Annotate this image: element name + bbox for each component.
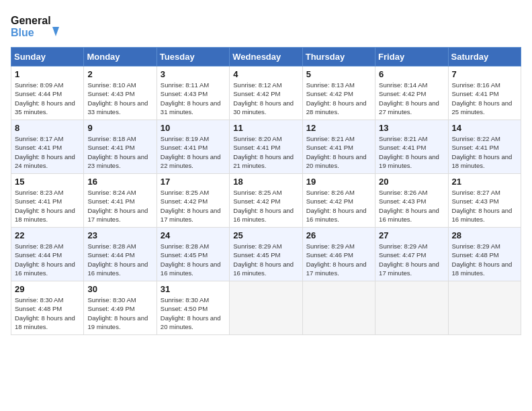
day-cell: 30Sunrise: 8:30 AM Sunset: 4:49 PM Dayli… [84, 281, 157, 335]
day-number: 25 [233, 230, 298, 240]
day-cell: 15Sunrise: 8:23 AM Sunset: 4:41 PM Dayli… [11, 174, 84, 228]
day-info: Sunrise: 8:20 AM Sunset: 4:41 PM Dayligh… [233, 134, 298, 170]
day-number: 19 [306, 177, 371, 187]
day-info: Sunrise: 8:16 AM Sunset: 4:41 PM Dayligh… [452, 81, 517, 116]
day-cell: 20Sunrise: 8:26 AM Sunset: 4:43 PM Dayli… [375, 174, 448, 228]
day-cell: 28Sunrise: 8:29 AM Sunset: 4:48 PM Dayli… [448, 228, 521, 281]
day-cell: 9Sunrise: 8:18 AM Sunset: 4:41 PM Daylig… [84, 120, 157, 174]
day-cell: 25Sunrise: 8:29 AM Sunset: 4:45 PM Dayli… [230, 228, 302, 281]
day-number: 9 [87, 123, 152, 133]
day-info: Sunrise: 8:29 AM Sunset: 4:48 PM Dayligh… [452, 242, 517, 277]
day-cell [375, 281, 448, 335]
day-number: 21 [452, 177, 517, 187]
day-info: Sunrise: 8:29 AM Sunset: 4:46 PM Dayligh… [306, 242, 371, 277]
day-number: 4 [233, 69, 298, 79]
svg-text:General: General [11, 15, 51, 26]
day-number: 13 [379, 123, 444, 133]
day-number: 14 [452, 123, 517, 133]
day-info: Sunrise: 8:25 AM Sunset: 4:42 PM Dayligh… [233, 188, 298, 224]
day-cell: 11Sunrise: 8:20 AM Sunset: 4:41 PM Dayli… [230, 120, 302, 174]
day-number: 18 [233, 177, 298, 187]
col-header-saturday: Saturday [448, 48, 521, 66]
day-cell: 26Sunrise: 8:29 AM Sunset: 4:46 PM Dayli… [302, 228, 375, 281]
day-info: Sunrise: 8:30 AM Sunset: 4:50 PM Dayligh… [161, 295, 226, 331]
day-info: Sunrise: 8:23 AM Sunset: 4:41 PM Dayligh… [15, 188, 80, 224]
day-info: Sunrise: 8:12 AM Sunset: 4:42 PM Dayligh… [233, 81, 298, 116]
day-info: Sunrise: 8:30 AM Sunset: 4:48 PM Dayligh… [15, 295, 80, 331]
day-cell: 29Sunrise: 8:30 AM Sunset: 4:48 PM Dayli… [11, 281, 84, 335]
col-header-friday: Friday [375, 48, 448, 66]
day-number: 6 [379, 69, 444, 79]
week-row-3: 15Sunrise: 8:23 AM Sunset: 4:41 PM Dayli… [11, 174, 521, 228]
day-info: Sunrise: 8:27 AM Sunset: 4:43 PM Dayligh… [452, 188, 517, 224]
col-header-monday: Monday [84, 48, 157, 66]
logo-svg: GeneralBlue [11, 11, 64, 40]
day-info: Sunrise: 8:30 AM Sunset: 4:49 PM Dayligh… [87, 295, 152, 331]
day-cell: 31Sunrise: 8:30 AM Sunset: 4:50 PM Dayli… [157, 281, 229, 335]
day-number: 23 [87, 230, 152, 240]
day-number: 7 [452, 69, 517, 79]
day-number: 29 [15, 284, 80, 294]
day-number: 20 [379, 177, 444, 187]
day-cell: 22Sunrise: 8:28 AM Sunset: 4:44 PM Dayli… [11, 228, 84, 281]
day-cell: 4Sunrise: 8:12 AM Sunset: 4:42 PM Daylig… [230, 66, 302, 120]
day-number: 26 [306, 230, 371, 240]
col-header-wednesday: Wednesday [230, 48, 302, 66]
day-number: 28 [452, 230, 517, 240]
day-info: Sunrise: 8:22 AM Sunset: 4:41 PM Dayligh… [452, 134, 517, 170]
col-header-sunday: Sunday [11, 48, 84, 66]
day-info: Sunrise: 8:18 AM Sunset: 4:41 PM Dayligh… [87, 134, 152, 170]
day-info: Sunrise: 8:29 AM Sunset: 4:47 PM Dayligh… [379, 242, 444, 277]
day-cell: 10Sunrise: 8:19 AM Sunset: 4:41 PM Dayli… [157, 120, 229, 174]
day-number: 12 [306, 123, 371, 133]
logo: GeneralBlue [11, 11, 64, 40]
week-row-2: 8Sunrise: 8:17 AM Sunset: 4:41 PM Daylig… [11, 120, 521, 174]
day-info: Sunrise: 8:25 AM Sunset: 4:42 PM Dayligh… [161, 188, 226, 224]
day-info: Sunrise: 8:26 AM Sunset: 4:42 PM Dayligh… [306, 188, 371, 224]
day-cell: 16Sunrise: 8:24 AM Sunset: 4:41 PM Dayli… [84, 174, 157, 228]
day-info: Sunrise: 8:14 AM Sunset: 4:42 PM Dayligh… [379, 81, 444, 116]
day-number: 2 [87, 69, 152, 79]
day-number: 16 [87, 177, 152, 187]
day-number: 24 [161, 230, 226, 240]
day-info: Sunrise: 8:17 AM Sunset: 4:41 PM Dayligh… [15, 134, 80, 170]
day-cell: 18Sunrise: 8:25 AM Sunset: 4:42 PM Dayli… [230, 174, 302, 228]
day-number: 17 [161, 177, 226, 187]
day-info: Sunrise: 8:19 AM Sunset: 4:41 PM Dayligh… [161, 134, 226, 170]
calendar-table: SundayMondayTuesdayWednesdayThursdayFrid… [11, 47, 521, 335]
day-number: 3 [161, 69, 226, 79]
day-cell: 7Sunrise: 8:16 AM Sunset: 4:41 PM Daylig… [448, 66, 521, 120]
day-number: 11 [233, 123, 298, 133]
day-number: 22 [15, 230, 80, 240]
day-info: Sunrise: 8:11 AM Sunset: 4:43 PM Dayligh… [161, 81, 226, 116]
day-cell: 2Sunrise: 8:10 AM Sunset: 4:43 PM Daylig… [84, 66, 157, 120]
day-cell [448, 281, 521, 335]
week-row-4: 22Sunrise: 8:28 AM Sunset: 4:44 PM Dayli… [11, 228, 521, 281]
day-number: 27 [379, 230, 444, 240]
day-info: Sunrise: 8:10 AM Sunset: 4:43 PM Dayligh… [87, 81, 152, 116]
svg-marker-2 [52, 27, 59, 36]
week-row-5: 29Sunrise: 8:30 AM Sunset: 4:48 PM Dayli… [11, 281, 521, 335]
day-cell: 12Sunrise: 8:21 AM Sunset: 4:41 PM Dayli… [302, 120, 375, 174]
day-cell: 19Sunrise: 8:26 AM Sunset: 4:42 PM Dayli… [302, 174, 375, 228]
col-header-tuesday: Tuesday [157, 48, 229, 66]
day-cell [302, 281, 375, 335]
day-cell [230, 281, 302, 335]
day-cell: 21Sunrise: 8:27 AM Sunset: 4:43 PM Dayli… [448, 174, 521, 228]
day-number: 8 [15, 123, 80, 133]
day-number: 5 [306, 69, 371, 79]
day-info: Sunrise: 8:13 AM Sunset: 4:42 PM Dayligh… [306, 81, 371, 116]
page-header: GeneralBlue [11, 11, 521, 40]
day-info: Sunrise: 8:28 AM Sunset: 4:44 PM Dayligh… [87, 242, 152, 277]
day-number: 31 [161, 284, 226, 294]
day-info: Sunrise: 8:24 AM Sunset: 4:41 PM Dayligh… [87, 188, 152, 224]
day-cell: 17Sunrise: 8:25 AM Sunset: 4:42 PM Dayli… [157, 174, 229, 228]
day-cell: 14Sunrise: 8:22 AM Sunset: 4:41 PM Dayli… [448, 120, 521, 174]
day-info: Sunrise: 8:26 AM Sunset: 4:43 PM Dayligh… [379, 188, 444, 224]
day-info: Sunrise: 8:28 AM Sunset: 4:44 PM Dayligh… [15, 242, 80, 277]
day-info: Sunrise: 8:28 AM Sunset: 4:45 PM Dayligh… [161, 242, 226, 277]
day-number: 1 [15, 69, 80, 79]
day-info: Sunrise: 8:21 AM Sunset: 4:41 PM Dayligh… [379, 134, 444, 170]
day-cell: 24Sunrise: 8:28 AM Sunset: 4:45 PM Dayli… [157, 228, 229, 281]
day-cell: 3Sunrise: 8:11 AM Sunset: 4:43 PM Daylig… [157, 66, 229, 120]
